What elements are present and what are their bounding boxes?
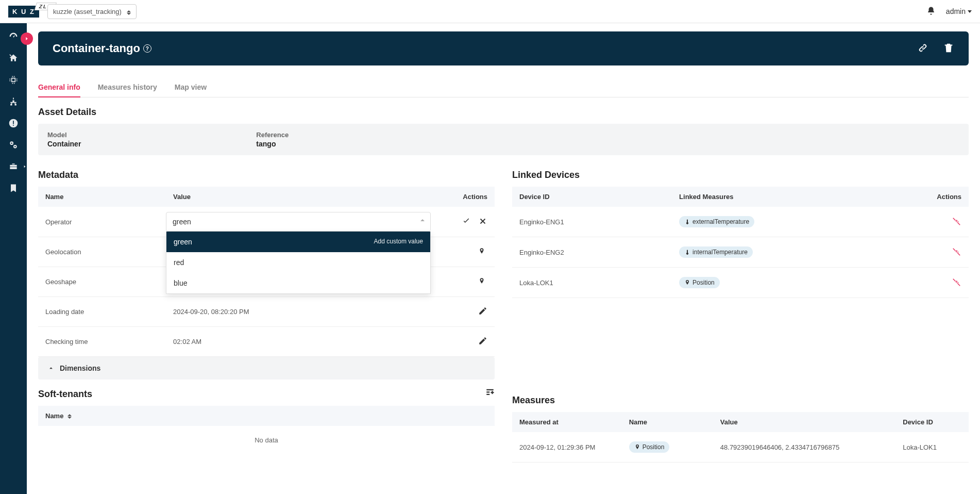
metadata-table: Name Value Actions Operator — [38, 187, 495, 357]
measured-at: 2024-09-12, 01:29:36 PM — [512, 432, 622, 463]
geolocation-pin-button[interactable] — [478, 246, 487, 256]
operator-input[interactable] — [166, 212, 431, 232]
sidebar-item-hierarchy[interactable] — [8, 96, 19, 107]
soft-tenants-table: Name — [38, 406, 495, 426]
measure-pill: Position — [629, 441, 670, 453]
page-title: Container-tango — [53, 42, 140, 55]
metadata-value: 2024-09-20, 08:20:20 PM — [166, 297, 431, 327]
unlink-device-button[interactable] — [952, 247, 961, 256]
chevron-up-icon — [47, 365, 55, 372]
linked-device-row: Enginko-ENG2 internalTemperature — [512, 237, 969, 268]
measures-header-device-id: Device ID — [895, 412, 969, 432]
sidebar-item-alerts[interactable] — [8, 118, 19, 128]
measures-table: Measured at Name Value Device ID 2024-09… — [512, 412, 969, 463]
sidebar — [0, 23, 27, 494]
measure-pill: internalTemperature — [679, 246, 753, 258]
chevron-right-icon — [23, 164, 27, 169]
linked-device-row: Loka-LOK1 Position — [512, 268, 969, 298]
dropdown-option-blue[interactable]: blue — [166, 273, 430, 293]
confirm-edit-button[interactable] — [462, 217, 471, 226]
metadata-row-loading-date: Loading date 2024-09-20, 08:20:20 PM — [38, 297, 495, 327]
help-icon[interactable]: ? — [143, 44, 151, 53]
device-id: Enginko-ENG2 — [512, 237, 672, 268]
dropdown-option-green[interactable]: green Add custom value — [166, 232, 430, 252]
dropdown-option-red[interactable]: red — [166, 252, 430, 273]
metadata-row-checking-time: Checking time 02:02 AM — [38, 327, 495, 357]
chip-icon — [8, 75, 19, 85]
sidebar-item-dashboard[interactable] — [8, 31, 19, 42]
dropdown-option-label: green — [174, 238, 192, 246]
toolbox-icon — [8, 161, 19, 172]
notifications-icon[interactable] — [926, 6, 936, 17]
dimensions-toggle[interactable]: Dimensions — [38, 357, 495, 380]
unlink-device-button[interactable] — [952, 277, 961, 287]
alert-icon — [8, 118, 19, 128]
reference-value: tango — [256, 140, 289, 148]
measure-row: 2024-09-12, 01:29:36 PM Position 48.7923… — [512, 432, 969, 463]
sidebar-item-assets[interactable] — [8, 53, 19, 63]
operator-dropdown: green Add custom value red blue — [166, 232, 431, 294]
sidebar-item-settings[interactable] — [8, 140, 19, 150]
tab-map-view[interactable]: Map view — [175, 78, 207, 97]
measures-header-measured-at: Measured at — [512, 412, 622, 432]
svg-rect-7 — [486, 389, 494, 390]
combo-arrow-icon[interactable] — [420, 219, 425, 221]
measure-name: Position — [643, 443, 665, 451]
page-header: Container-tango ? — [38, 31, 969, 65]
svg-rect-9 — [486, 394, 489, 395]
measure-value: 48.79239019646406, 2.4334716796875 — [713, 432, 895, 463]
add-custom-value-label: Add custom value — [374, 238, 423, 246]
unlink-device-button[interactable] — [952, 217, 961, 226]
gears-icon — [8, 140, 19, 150]
svg-rect-2 — [13, 125, 14, 126]
svg-rect-11 — [492, 391, 493, 394]
linked-devices-header-measures: Linked Measures — [672, 187, 914, 207]
edit-checking-time-button[interactable] — [478, 336, 487, 345]
dimensions-label: Dimensions — [60, 364, 100, 372]
username: admin — [946, 7, 966, 15]
bookmark-icon — [8, 183, 19, 193]
model-label: Model — [47, 131, 81, 139]
soft-tenants-title: Soft-tenants — [38, 389, 485, 400]
linked-device-row: Enginko-ENG1 externalTemperature — [512, 207, 969, 237]
main-content: Container-tango ? General info Measures … — [27, 23, 980, 494]
tenant-select[interactable]: kuzzle (asset_tracking) — [47, 4, 137, 19]
geoshape-pin-button[interactable] — [478, 276, 487, 286]
measure-device-id: Loka-LOK1 — [895, 432, 969, 463]
user-menu[interactable]: admin — [946, 7, 972, 15]
metadata-header-value: Value — [166, 187, 431, 207]
metadata-name: Geoshape — [38, 267, 166, 297]
measure-pill: Position — [679, 277, 720, 288]
caret-down-icon — [968, 10, 972, 13]
soft-tenants-header-name[interactable]: Name — [38, 406, 495, 426]
metadata-row-operator: Operator green Add custom value — [38, 207, 495, 237]
asset-details-title: Asset Details — [38, 107, 969, 118]
sidebar-expand-button[interactable] — [21, 32, 33, 45]
linked-devices-header-id: Device ID — [512, 187, 672, 207]
linked-devices-title: Linked Devices — [512, 170, 969, 180]
logo[interactable]: K U ZZLE — [8, 6, 39, 18]
link-asset-button[interactable] — [917, 42, 928, 55]
tab-measures-history[interactable]: Measures history — [98, 78, 157, 97]
measure-pill: externalTemperature — [679, 216, 754, 227]
edit-loading-date-button[interactable] — [478, 306, 487, 316]
svg-rect-1 — [13, 121, 14, 124]
reference-label: Reference — [256, 131, 289, 139]
cancel-edit-button[interactable] — [478, 217, 487, 226]
tabs: General info Measures history Map view — [38, 78, 969, 97]
sidebar-item-toolbox[interactable] — [8, 161, 19, 172]
measures-title: Measures — [512, 395, 969, 406]
sidebar-item-devices[interactable] — [8, 75, 19, 85]
thermometer-icon — [684, 249, 690, 255]
soft-tenants-nodata: No data — [38, 426, 495, 454]
sort-icon — [67, 414, 72, 419]
tab-general-info[interactable]: General info — [38, 78, 80, 97]
sidebar-item-bookmark[interactable] — [8, 183, 19, 193]
delete-asset-button[interactable] — [943, 42, 954, 55]
soft-tenants-add-button[interactable] — [485, 387, 495, 398]
device-id: Loka-LOK1 — [512, 268, 672, 298]
metadata-name: Loading date — [38, 297, 166, 327]
thermometer-icon — [684, 219, 690, 225]
metadata-name: Checking time — [38, 327, 166, 357]
pin-icon — [684, 279, 690, 286]
